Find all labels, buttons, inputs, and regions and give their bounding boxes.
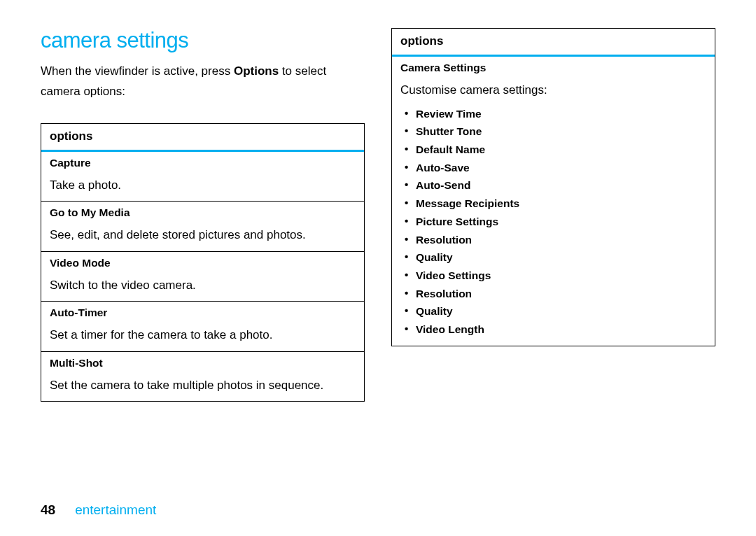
row-title: Multi-Shot bbox=[50, 356, 356, 369]
row-title: Capture bbox=[50, 156, 356, 169]
table-row: Capture Take a photo. bbox=[41, 152, 364, 202]
left-options-table: options Capture Take a photo. Go to My M… bbox=[41, 123, 365, 402]
row-desc: See, edit, and delete stored pictures an… bbox=[50, 226, 356, 244]
list-item: Auto-Save bbox=[403, 159, 706, 177]
table-row: Auto-Timer Set a timer for the camera to… bbox=[41, 302, 364, 352]
list-item: Auto-Send bbox=[403, 176, 706, 195]
table-row: Go to My Media See, edit, and delete sto… bbox=[41, 202, 364, 252]
row-title: Go to My Media bbox=[50, 206, 356, 219]
list-item: Quality bbox=[403, 248, 706, 267]
list-item: Default Name bbox=[403, 141, 706, 159]
row-desc: Set a timer for the camera to take a pho… bbox=[50, 326, 356, 344]
intro-text: When the viewfinder is active, press Opt… bbox=[41, 62, 365, 102]
row-desc: Set the camera to take multiple photos i… bbox=[50, 376, 356, 395]
table-header: options bbox=[392, 29, 715, 57]
list-item: Resolution bbox=[403, 285, 706, 303]
row-title: Auto-Timer bbox=[50, 306, 356, 319]
table-header: options bbox=[41, 124, 364, 152]
table-row: Video Mode Switch to the video camera. bbox=[41, 252, 364, 302]
list-item: Review Time bbox=[403, 105, 706, 123]
page-footer: 48 entertainment bbox=[41, 502, 156, 518]
intro-before: When the viewfinder is active, press bbox=[41, 64, 234, 78]
page-heading: camera settings bbox=[41, 28, 365, 53]
list-item: Video Length bbox=[403, 320, 706, 339]
list-item: Shutter Tone bbox=[403, 122, 706, 141]
table-row: Multi-Shot Set the camera to take multip… bbox=[41, 352, 364, 402]
row-desc: Switch to the video camera. bbox=[50, 276, 356, 295]
right-column: options Camera Settings Customise camera… bbox=[391, 28, 715, 462]
section-name: entertainment bbox=[75, 502, 156, 518]
right-options-table: options Camera Settings Customise camera… bbox=[391, 28, 715, 346]
bullet-list: Review Time Shutter Tone Default Name Au… bbox=[400, 105, 706, 339]
list-item: Picture Settings bbox=[403, 213, 706, 231]
list-item: Quality bbox=[403, 302, 706, 320]
list-item: Message Recipients bbox=[403, 195, 706, 213]
row-title: Video Mode bbox=[50, 256, 356, 269]
intro-bold: Options bbox=[234, 64, 279, 78]
row-desc: Take a photo. bbox=[50, 176, 356, 195]
list-item: Resolution bbox=[403, 231, 706, 249]
row-title: Camera Settings bbox=[400, 61, 706, 74]
list-item: Video Settings bbox=[403, 267, 706, 285]
row-desc: Customise camera settings: bbox=[400, 81, 706, 99]
left-column: camera settings When the viewfinder is a… bbox=[41, 28, 365, 462]
table-row: Camera Settings Customise camera setting… bbox=[392, 57, 715, 346]
page-number: 48 bbox=[41, 502, 55, 518]
